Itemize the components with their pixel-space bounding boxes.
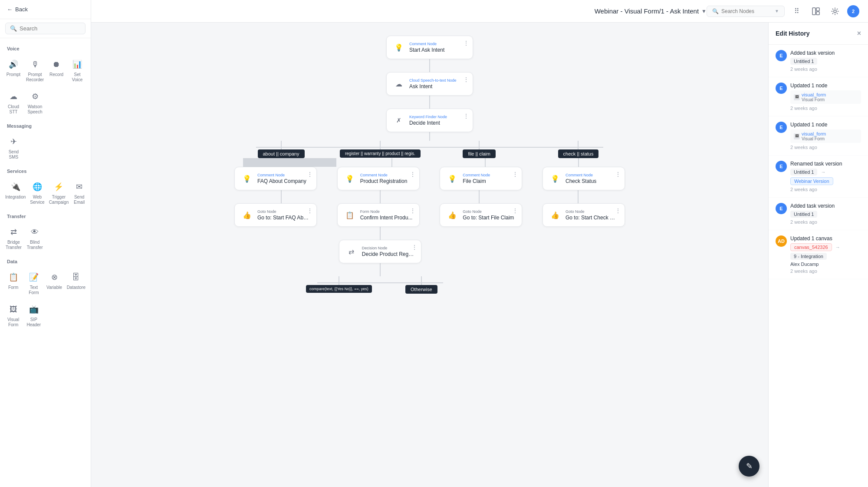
- node-content-ask-intent: Cloud Speech-to-text Node Ask Intent: [409, 78, 467, 89]
- sidebar-item-watson-speech[interactable]: ⚙ Watson Speech: [24, 87, 46, 118]
- node-start-ask-intent[interactable]: 💡 Comment Node Start Ask Intent ⋮: [386, 36, 473, 59]
- variable-label: Variable: [46, 285, 62, 290]
- sidebar-item-trigger-campaign[interactable]: ⚡ Trigger Campaign: [47, 177, 71, 209]
- node-ask-intent[interactable]: ☁ Cloud Speech-to-text Node Ask Intent ⋮: [386, 72, 473, 96]
- sidebar-item-visual-form[interactable]: 🖼 Visual Form: [3, 300, 23, 331]
- branch-v-3: [479, 141, 480, 149]
- node-check-status[interactable]: 💡 Comment Node Check Status ⋮: [542, 167, 625, 190]
- search-nodes-box[interactable]: 🔍 ▼: [707, 6, 785, 17]
- node-decide-intent[interactable]: ✗ Keyword Finder Node Decide Intent ⋮: [386, 109, 473, 132]
- sidebar-item-integration[interactable]: 🔌 Integration: [3, 177, 27, 209]
- settings-icon[interactable]: [828, 4, 842, 18]
- sidebar-item-sip-header[interactable]: 📺 SIP Header: [24, 300, 43, 331]
- sidebar-item-bridge-transfer[interactable]: ⇄ Bridge Transfer: [3, 222, 24, 254]
- history-link-item-2[interactable]: 🖼 visual_form Visual Form: [790, 90, 861, 104]
- history-close-button[interactable]: ×: [857, 30, 861, 37]
- sidebar-item-web-service[interactable]: 🌐 Web Service: [28, 177, 46, 209]
- history-item-2: E Updated 1 node 🖼 visual_form Visual Fo…: [769, 77, 868, 116]
- text-form-label: Text Form: [26, 285, 42, 295]
- node-menu-faq[interactable]: ⋮: [307, 171, 313, 178]
- decision-branch-compare: compare(text, {{Yes No}}, ==, yes): [304, 276, 374, 294]
- node-confirm-prod[interactable]: 📋 Form Node Confirm Intent Produ... ⋮: [337, 203, 420, 227]
- web-service-label: Web Service: [30, 195, 44, 205]
- node-name-ask-intent: Ask Intent: [409, 83, 467, 89]
- services-section-title: Services: [0, 165, 91, 176]
- sidebar-item-blind-transfer[interactable]: 👁 Blind Transfer: [25, 222, 45, 254]
- history-link-icon-2: 🖼: [794, 94, 800, 100]
- node-menu-prod[interactable]: ⋮: [410, 171, 416, 178]
- history-badge-integration: 9 - Integration: [790, 253, 827, 260]
- node-menu-confirm-prod[interactable]: ⋮: [410, 207, 416, 214]
- history-badge-5: Untitled 1: [790, 211, 817, 218]
- comment-node-icon-start: 💡: [393, 41, 405, 53]
- history-item-4: E Renamed task version Untitled 1 → Webi…: [769, 156, 868, 198]
- node-goto-file[interactable]: 👍 Goto Node Go to: Start File Claim ⋮: [440, 203, 522, 227]
- history-time-2: 2 weeks ago: [790, 106, 861, 111]
- search-input[interactable]: [20, 25, 81, 32]
- sidebar-item-set-voice[interactable]: 📊 Set Voice: [67, 55, 87, 86]
- decision-col: ⇄ Decision Node Decide Product Regis... …: [333, 240, 427, 294]
- back-icon: ←: [7, 6, 13, 13]
- sidebar-item-text-form[interactable]: 📝 Text Form: [24, 268, 43, 299]
- node-menu-goto-file[interactable]: ⋮: [512, 207, 518, 214]
- sidebar-item-send-sms[interactable]: ✈ Send SMS: [3, 132, 24, 163]
- goto-file-icon: 👍: [446, 209, 458, 221]
- node-goto-check[interactable]: 👍 Goto Node Go to: Start Check Sta... ⋮: [542, 203, 625, 227]
- comment-node-file-icon: 💡: [446, 172, 458, 185]
- history-link-item-3[interactable]: 🖼 visual_form Visual Form: [790, 129, 861, 143]
- header-title-area: Webinar - Visual Form/1 - Ask Intent ▼: [595, 7, 707, 15]
- sidebar: ← Back 🔍 Voice 🔊 Prompt 🎙 Prompt Recorde…: [0, 0, 91, 487]
- node-menu-file[interactable]: ⋮: [512, 171, 518, 178]
- sidebar-item-record[interactable]: ⏺ Record: [46, 55, 66, 86]
- messaging-section-title: Messaging: [0, 120, 91, 130]
- apps-icon[interactable]: ⠿: [790, 4, 804, 18]
- datastore-icon: 🗄: [70, 271, 82, 283]
- back-button[interactable]: ← Back: [0, 0, 91, 19]
- svg-rect-0: [812, 8, 815, 15]
- history-badges-5: Untitled 1: [790, 211, 861, 218]
- history-body-3: Updated 1 node 🖼 visual_form Visual Form…: [790, 122, 861, 150]
- user-avatar[interactable]: 2: [847, 5, 859, 17]
- fab-button[interactable]: ✎: [739, 456, 760, 477]
- sip-header-label: SIP Header: [26, 317, 42, 328]
- history-badge-from: Untitled 1: [790, 169, 817, 176]
- sip-header-icon: 📺: [28, 303, 40, 315]
- sidebar-item-form[interactable]: 📋 Form: [3, 268, 23, 299]
- node-menu-check[interactable]: ⋮: [615, 171, 621, 178]
- layout-icon[interactable]: [809, 4, 823, 18]
- branch-label-otherwise: Otherwise: [405, 285, 437, 294]
- form-label: Form: [8, 285, 18, 290]
- cloud-stt-node-icon: ☁: [393, 78, 405, 90]
- node-menu-decide-intent[interactable]: ⋮: [463, 113, 469, 119]
- node-menu-decide-reg[interactable]: ⋮: [411, 244, 418, 251]
- node-menu-start[interactable]: ⋮: [463, 40, 469, 46]
- integration-label: Integration: [5, 195, 26, 200]
- sidebar-item-prompt[interactable]: 🔊 Prompt: [3, 55, 23, 86]
- set-voice-label: Set Voice: [69, 72, 85, 83]
- node-type-ask-intent: Cloud Speech-to-text Node: [409, 78, 467, 83]
- watson-speech-label: Watson Speech: [26, 104, 44, 115]
- sidebar-item-datastore[interactable]: 🗄 Datastore: [65, 268, 87, 299]
- sidebar-item-variable[interactable]: ⊗ Variable: [44, 268, 64, 299]
- node-faq-company[interactable]: 💡 Comment Node FAQ About Company ⋮: [234, 167, 317, 190]
- web-service-icon: 🌐: [31, 181, 43, 193]
- datastore-label: Datastore: [67, 285, 85, 290]
- node-goto-faq[interactable]: 👍 Goto Node Go to: Start FAQ Abo... ⋮: [234, 203, 317, 227]
- sidebar-item-prompt-recorder[interactable]: 🎙 Prompt Recorder: [24, 55, 46, 86]
- send-email-icon: ✉: [73, 181, 85, 193]
- node-file-claim[interactable]: 💡 Comment Node File Claim ⋮: [440, 167, 522, 190]
- node-decide-reg[interactable]: ⇄ Decision Node Decide Product Regis... …: [339, 240, 421, 263]
- sidebar-item-send-email[interactable]: ✉ Send Email: [71, 177, 87, 209]
- canvas[interactable]: 💡 Comment Node Start Ask Intent ⋮ ☁ Clou…: [91, 23, 768, 487]
- node-product-reg[interactable]: 💡 Comment Node Product Registration ⋮: [337, 167, 420, 190]
- search-icon: 🔍: [10, 25, 17, 32]
- history-avatar-4: E: [776, 161, 787, 172]
- history-link-icon-3: 🖼: [794, 133, 800, 139]
- history-item-3: E Updated 1 node 🖼 visual_form Visual Fo…: [769, 116, 868, 156]
- node-menu-ask-intent[interactable]: ⋮: [463, 76, 469, 83]
- node-menu-goto-faq[interactable]: ⋮: [307, 207, 313, 214]
- node-menu-goto-check[interactable]: ⋮: [615, 207, 621, 214]
- search-nodes-input[interactable]: [721, 8, 772, 14]
- history-action-4: Renamed task version: [790, 161, 861, 167]
- sidebar-item-cloud-stt[interactable]: ☁ Cloud STT: [3, 87, 23, 118]
